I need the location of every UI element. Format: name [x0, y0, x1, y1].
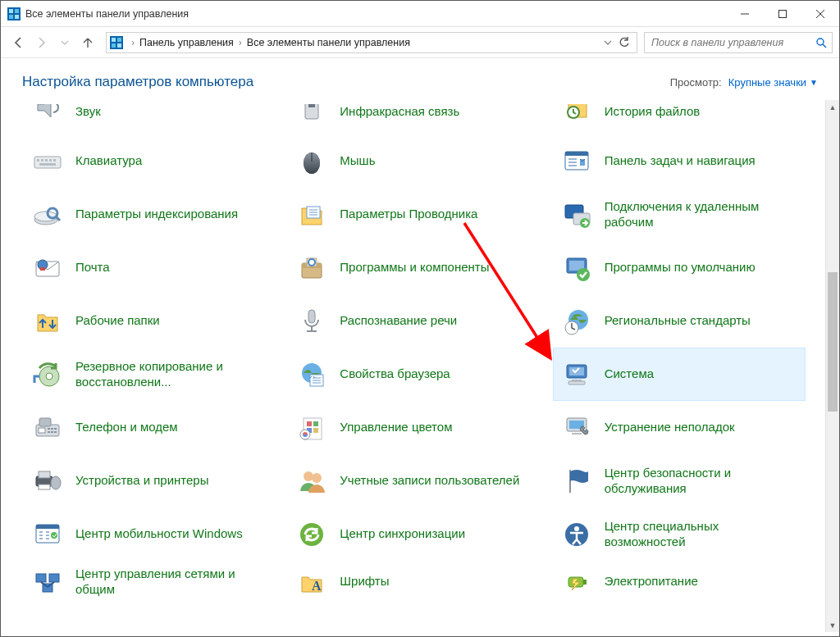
minimize-button[interactable] — [726, 1, 764, 27]
view-value[interactable]: Крупные значки — [728, 76, 806, 89]
region-icon — [560, 305, 593, 338]
breadcrumb-sep: › — [128, 37, 138, 48]
item-label: Клавиатура — [75, 153, 142, 169]
breadcrumb-root[interactable]: Панель управления — [138, 37, 235, 48]
window-title: Все элементы панели управления — [25, 8, 189, 20]
item-mouse[interactable]: Мышь — [288, 134, 541, 188]
item-label: Подключения к удаленным рабочим — [605, 199, 798, 230]
item-security-maintenance[interactable]: Центр безопасности и обслуживания — [553, 454, 806, 507]
item-mobility-center[interactable]: Центр мобильности Windows — [24, 507, 276, 561]
search-box[interactable] — [644, 32, 833, 53]
item-file-history[interactable]: История файлов — [553, 103, 806, 134]
item-power-options[interactable]: Электропитание — [553, 561, 806, 603]
window-buttons — [726, 1, 839, 27]
breadcrumb-current[interactable]: Все элементы панели управления — [245, 37, 412, 48]
svg-point-14 — [817, 39, 824, 45]
svg-rect-72 — [39, 418, 51, 426]
svg-point-92 — [51, 476, 61, 489]
item-label: Шрифты — [340, 574, 389, 589]
default-programs-icon — [560, 252, 593, 284]
item-label: Инфракрасная связь — [340, 104, 459, 120]
keyboard-icon — [31, 145, 64, 178]
address-bar[interactable]: › Панель управления › Все элементы панел… — [106, 32, 637, 53]
item-label: Параметры Проводника — [340, 207, 477, 222]
item-work-folders[interactable]: Рабочие папки — [24, 294, 276, 348]
work-folders-icon — [31, 305, 64, 338]
security-flag-icon — [560, 465, 593, 498]
item-label: Управление цветом — [340, 420, 452, 435]
scrollbar[interactable]: ▲ ▼ — [825, 100, 839, 632]
content-area: ▲ ▼ Звук Инфракрасная связь История файл… — [1, 100, 839, 632]
item-label: Устранение неполадок — [605, 420, 735, 435]
forward-button[interactable] — [30, 31, 53, 54]
content-header: Настройка параметров компьютера Просмотр… — [1, 58, 839, 100]
breadcrumb-sep: › — [235, 37, 245, 48]
item-speech[interactable]: Распознавание речи — [288, 294, 541, 348]
scroll-thumb[interactable] — [828, 272, 838, 412]
item-internet-options[interactable]: Свойства браузера — [288, 348, 541, 401]
item-remote-desktop[interactable]: Подключения к удаленным рабочим — [553, 188, 806, 241]
svg-rect-107 — [583, 580, 587, 585]
item-sync-center[interactable]: Центр синхронизации — [288, 507, 541, 561]
search-icon[interactable] — [815, 37, 827, 48]
item-user-accounts[interactable]: Учетные записи пользователей — [288, 454, 541, 507]
up-button[interactable] — [76, 31, 99, 54]
item-label: Центр синхронизации — [340, 526, 465, 542]
svg-rect-102 — [36, 574, 46, 582]
item-indexing[interactable]: Параметры индексирования — [24, 188, 276, 241]
item-backup-restore[interactable]: Резервное копирование и восстановлени... — [24, 348, 276, 401]
svg-rect-21 — [41, 159, 43, 162]
microphone-icon — [295, 305, 328, 338]
item-fonts[interactable]: A Шрифты — [288, 561, 541, 603]
search-input[interactable] — [650, 36, 815, 49]
svg-rect-2 — [15, 9, 19, 13]
item-default-programs[interactable]: Программы по умолчанию — [553, 241, 806, 294]
svg-rect-55 — [308, 310, 315, 323]
remote-desktop-icon — [560, 198, 593, 231]
item-network-sharing[interactable]: Центр управления сетями и общим — [24, 561, 276, 603]
address-dropdown[interactable] — [600, 39, 615, 47]
item-label: Региональные стандарты — [605, 313, 751, 329]
programs-icon — [295, 252, 328, 284]
item-label: Почта — [75, 260, 110, 275]
item-label: Мышь — [340, 153, 375, 169]
item-taskbar[interactable]: Панель задач и навигация — [553, 134, 806, 188]
item-ease-of-access[interactable]: Центр специальных возможностей — [553, 507, 806, 561]
refresh-button[interactable] — [615, 37, 633, 48]
item-system[interactable]: Система — [553, 348, 806, 401]
item-color-management[interactable]: Управление цветом — [288, 401, 541, 454]
titlebar: Все элементы панели управления — [1, 1, 839, 27]
svg-rect-70 — [568, 381, 585, 384]
item-sound[interactable]: Звук — [24, 103, 276, 134]
back-button[interactable] — [7, 31, 30, 54]
svg-rect-23 — [49, 159, 52, 162]
chevron-down-icon[interactable]: ▼ — [810, 78, 818, 87]
page-title: Настройка параметров компьютера — [22, 74, 253, 90]
svg-rect-25 — [39, 163, 56, 166]
item-mail[interactable]: Почта — [24, 241, 276, 294]
item-label: Свойства браузера — [340, 366, 450, 382]
maximize-button[interactable] — [764, 1, 801, 27]
item-infrared[interactable]: Инфракрасная связь — [288, 103, 541, 134]
item-phone-modem[interactable]: Телефон и модем — [24, 401, 276, 454]
item-keyboard[interactable]: Клавиатура — [24, 134, 276, 188]
svg-rect-6 — [779, 10, 787, 17]
item-region[interactable]: Региональные стандарты — [553, 294, 806, 348]
item-programs-features[interactable]: Программы и компоненты — [288, 241, 541, 294]
control-panel-icon — [7, 7, 21, 20]
item-label: Резервное копирование и восстановлени... — [75, 359, 269, 390]
phone-modem-icon — [31, 412, 64, 444]
item-label: Телефон и модем — [75, 420, 178, 435]
system-icon — [560, 358, 593, 391]
item-devices-printers[interactable]: Устройства и принтеры — [24, 454, 276, 507]
svg-rect-20 — [37, 159, 39, 162]
history-dropdown[interactable] — [53, 31, 76, 54]
item-explorer-options[interactable]: Параметры Проводника — [288, 188, 541, 241]
close-button[interactable] — [801, 1, 839, 27]
svg-rect-11 — [117, 38, 121, 42]
ease-of-access-icon — [560, 518, 593, 551]
scroll-down-button[interactable]: ▼ — [826, 618, 839, 632]
item-troubleshooting[interactable]: Устранение неполадок — [553, 401, 806, 454]
svg-rect-81 — [307, 421, 312, 426]
scroll-up-button[interactable]: ▲ — [826, 100, 839, 114]
